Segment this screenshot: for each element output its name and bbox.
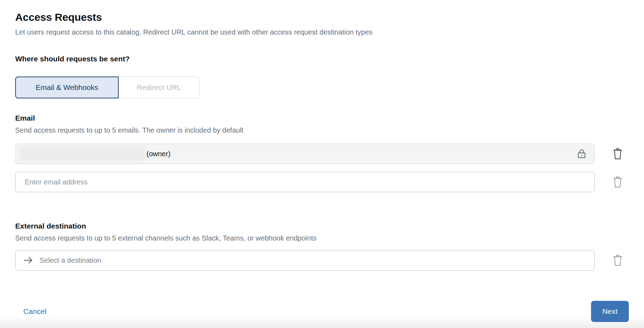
destination-segmented-control: Email & Webhooks Redirect URL [15,77,629,98]
lock-icon [577,148,586,159]
email-address-input[interactable] [15,172,595,192]
email-section-heading: Email [15,113,629,123]
remove-destination-button[interactable] [613,254,623,266]
owner-row-actions [595,148,629,160]
new-email-row [15,172,629,192]
trash-icon [613,148,623,160]
redacted-owner-email [19,146,145,161]
segment-email-webhooks[interactable]: Email & Webhooks [15,77,119,98]
cancel-button[interactable]: Cancel [23,307,46,316]
page-title: Access Requests [15,11,629,24]
external-section-description: Send access requests to up to 5 external… [15,233,629,243]
page-subtitle: Let users request access to this catalog… [15,27,629,37]
form-footer: Cancel Next [15,301,629,322]
next-button[interactable]: Next [591,301,629,322]
external-section-heading: External destination [15,221,629,231]
owner-email-field: (owner) [15,144,595,164]
destination-row-actions [595,254,629,266]
owner-email-row: (owner) [15,144,629,164]
destination-row: Select a destination [15,250,629,271]
destination-select-placeholder: Select a destination [40,256,101,265]
arrow-right-icon [23,256,33,265]
email-section-description: Send access requests to up to 5 emails. … [15,125,629,135]
remove-email-button[interactable] [613,176,623,188]
segment-redirect-url[interactable]: Redirect URL [119,77,199,98]
new-email-row-actions [595,176,629,188]
destination-question-label: Where should requests be sent? [15,54,629,64]
trash-icon [613,176,623,188]
destination-select[interactable]: Select a destination [15,250,595,271]
owner-suffix-label: (owner) [147,150,171,158]
remove-owner-email-button[interactable] [613,148,623,160]
trash-icon [613,254,623,266]
access-requests-form: Access Requests Let users request access… [0,0,644,322]
